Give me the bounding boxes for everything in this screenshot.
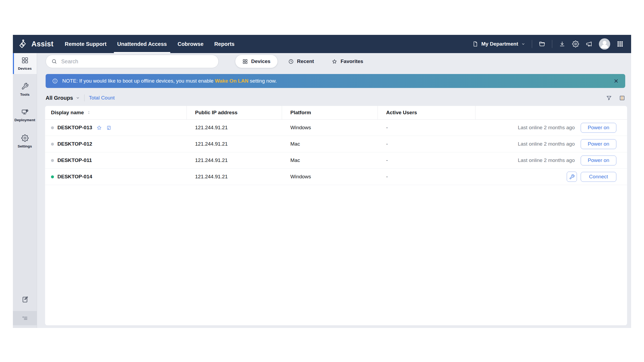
cell-platform: Mac [282,141,378,147]
device-row-desktop-014[interactable]: DESKTOP-014121.244.91.21Windows-Connect [45,169,627,185]
status-dot-offline [51,126,54,129]
info-icon [52,78,58,84]
status-dot-online [51,175,54,178]
sidebar-item-devices[interactable]: Devices [13,53,37,74]
deployment-icon [21,108,29,116]
header-divider [552,40,552,48]
star-icon [332,59,337,64]
view-tab-recent[interactable]: Recent [281,55,321,68]
app-window: Assist Remote SupportUnattended AccessCo… [13,35,631,328]
device-row-desktop-011[interactable]: DESKTOP-011121.244.91.21Mac-Last online … [45,152,627,169]
last-online-text: Last online 2 months ago [518,141,575,147]
column-header-actions [475,106,627,119]
cell-platform: Mac [282,157,378,163]
column-header-label: Platform [290,110,311,116]
cell-platform: Windows [282,125,378,131]
table-tools [606,95,625,101]
sidebar-item-deployment[interactable]: Deployment [13,105,37,125]
session-notes-icon[interactable] [13,296,37,303]
brand-name: Assist [31,40,53,48]
nav-tab-label: Remote Support [65,41,107,47]
connect-button[interactable]: Connect [581,172,616,182]
sidebar-item-label: Settings [18,144,32,148]
search-icon [51,58,57,64]
add-note-icon[interactable] [106,125,112,131]
cell-public-ip: 121.244.91.21 [187,157,282,163]
groups-row: All Groups Total Count [46,93,625,103]
nav-tab-label: Unattended Access [117,41,167,47]
status-dot-offline [51,159,54,162]
collapse-menu-button[interactable] [13,311,37,325]
nav-tab-unattended-access[interactable]: Unattended Access [112,35,172,53]
sort-icon [87,110,91,115]
note-icon [106,125,112,131]
assist-logo-icon [18,39,28,49]
cell-active-users: - [378,157,475,163]
folder-icon[interactable] [539,40,546,47]
cell-actions: Last online 2 months agoPower on [475,123,627,133]
remote-tools-button[interactable] [567,172,577,182]
cell-display-name: DESKTOP-012 [45,141,187,147]
avatar[interactable] [599,38,610,50]
power-on-button[interactable]: Power on [581,156,616,165]
grid4-icon [242,59,248,64]
nav-tab-label: Cobrowse [178,41,204,47]
person-icon [599,38,610,50]
megaphone-icon[interactable] [586,40,592,47]
view-tab-label: Recent [297,58,314,64]
gear-icon [21,134,29,142]
column-header-label: Display name [51,110,84,116]
note-banner: NOTE: If you would like to boot up offli… [46,74,625,88]
banner-close-button[interactable] [613,78,619,84]
favorite-star-icon[interactable] [96,125,102,131]
cell-active-users: - [378,174,475,180]
device-row-desktop-013[interactable]: DESKTOP-013121.244.91.21Windows-Last onl… [45,120,627,136]
cell-public-ip: 121.244.91.21 [187,174,282,180]
cell-actions: Connect [475,172,627,182]
sidebar-item-label: Tools [20,93,30,97]
cell-display-name: DESKTOP-013 [45,125,187,131]
download-icon[interactable] [559,40,566,47]
clock-icon [288,59,294,64]
group-selector[interactable]: All Groups [46,95,80,101]
nav-tab-remote-support[interactable]: Remote Support [59,35,112,53]
view-tab-favorites[interactable]: Favorites [325,55,370,68]
brand: Assist [13,35,53,53]
nav-tab-cobrowse[interactable]: Cobrowse [172,35,209,53]
view-tab-label: Favorites [341,58,363,64]
sidebar-item-tools[interactable]: Tools [13,79,37,100]
power-on-button[interactable]: Power on [581,123,616,133]
notepad-pencil-icon [21,296,29,303]
sidebar-item-label: Devices [18,67,32,71]
group-selector-label: All Groups [46,95,73,101]
column-header-public-ip-address: Public IP address [187,106,282,119]
primary-nav: Remote SupportUnattended AccessCobrowseR… [59,35,240,53]
view-tab-devices[interactable]: Devices [235,55,277,68]
vertical-divider [84,94,85,101]
department-icon [472,41,478,47]
total-count-link[interactable]: Total Count [89,95,115,101]
cell-display-name: DESKTOP-014 [45,174,187,180]
search-input[interactable] [61,58,215,65]
department-selector[interactable]: My Department [472,41,525,47]
column-settings-icon[interactable] [619,95,625,101]
sidebar: DevicesToolsDeploymentSettings [13,53,37,328]
power-on-button[interactable]: Power on [581,139,616,149]
star-icon [96,125,102,131]
sidebar-item-settings[interactable]: Settings [13,131,37,152]
nav-tab-reports[interactable]: Reports [209,35,240,53]
device-row-desktop-012[interactable]: DESKTOP-012121.244.91.21Mac-Last online … [45,136,627,152]
last-online-text: Last online 2 months ago [518,125,575,131]
apps-grid-icon[interactable] [617,40,624,47]
banner-text: NOTE: If you would like to boot up offli… [62,78,277,84]
cell-public-ip: 121.244.91.21 [187,141,282,147]
column-header-display-name[interactable]: Display name [45,106,187,119]
table-body: DESKTOP-013121.244.91.21Windows-Last onl… [45,120,627,185]
chevron-down-icon [76,96,80,100]
search-bar [46,55,219,68]
department-label: My Department [481,41,518,47]
wake-on-lan-link[interactable]: Wake On LAN [215,78,248,84]
filter-icon[interactable] [606,95,612,101]
gear-icon[interactable] [572,40,579,47]
top-header: Assist Remote SupportUnattended AccessCo… [13,35,631,53]
